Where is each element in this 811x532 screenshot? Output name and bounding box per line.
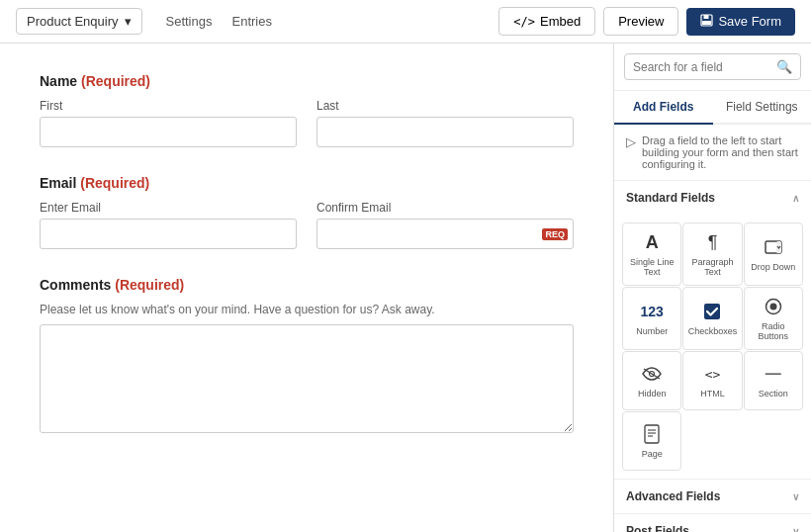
- radio-buttons-label: Radio Buttons: [749, 321, 798, 341]
- single-line-text-icon: A: [646, 231, 659, 253]
- svg-point-7: [769, 304, 776, 310]
- checkboxes-label: Checkboxes: [688, 326, 738, 336]
- form-selector[interactable]: Product Enquiry ▾: [16, 8, 142, 35]
- settings-link[interactable]: Settings: [166, 14, 213, 29]
- drop-down-label: Drop Down: [751, 262, 795, 272]
- post-fields-label: Post Fields: [626, 524, 689, 532]
- field-item-page[interactable]: Page: [622, 411, 681, 471]
- svg-rect-1: [704, 15, 709, 19]
- enter-email-label: Enter Email: [40, 201, 297, 215]
- first-name-field: First: [40, 99, 297, 147]
- confirm-email-field: Confirm Email REQ: [316, 201, 574, 249]
- hidden-label: Hidden: [638, 389, 667, 399]
- name-field-group: Name (Required) First Last: [40, 73, 574, 147]
- standard-fields-header[interactable]: Standard Fields ∧: [614, 181, 811, 215]
- checkboxes-icon: [702, 301, 722, 322]
- radio-buttons-icon: [765, 296, 782, 317]
- main-layout: Name (Required) First Last Email (Requir…: [0, 44, 811, 532]
- field-item-paragraph-text[interactable]: ¶ Paragraph Text: [682, 222, 742, 286]
- fields-grid: A Single Line Text ¶ Paragraph Text: [614, 215, 811, 479]
- advanced-fields-chevron: ∨: [792, 491, 799, 502]
- html-icon: <>: [705, 363, 721, 385]
- save-icon: [700, 14, 713, 30]
- email-required-input-badge: REQ: [542, 228, 568, 240]
- entries-link[interactable]: Entries: [231, 14, 271, 29]
- field-item-radio-buttons[interactable]: Radio Buttons: [744, 287, 803, 350]
- field-item-single-line-text[interactable]: A Single Line Text: [622, 222, 681, 286]
- form-area: Name (Required) First Last Email (Requir…: [0, 44, 613, 532]
- standard-fields-label: Standard Fields: [626, 191, 715, 205]
- topbar-right: </> Embed Preview Save Form: [498, 7, 795, 36]
- field-item-hidden[interactable]: Hidden: [622, 351, 681, 410]
- field-search-box: 🔍: [614, 44, 811, 91]
- hidden-icon: [642, 363, 662, 385]
- comments-label: Comments (Required): [40, 277, 574, 293]
- email-field-group: Email (Required) Enter Email Confirm Ema…: [40, 175, 574, 249]
- last-label: Last: [316, 99, 574, 113]
- comments-required-badge: (Required): [115, 277, 184, 293]
- panel-tabs: Add Fields Field Settings: [614, 91, 811, 125]
- preview-button[interactable]: Preview: [603, 7, 678, 36]
- embed-button[interactable]: </> Embed: [498, 7, 595, 36]
- name-subfields: First Last: [40, 99, 574, 147]
- page-label: Page: [642, 449, 663, 459]
- comments-field-group: Comments (Required) Please let us know w…: [40, 277, 574, 436]
- embed-code-icon: </>: [513, 15, 535, 29]
- post-fields-chevron: ∨: [792, 526, 799, 533]
- form-name: Product Enquiry: [27, 14, 119, 29]
- last-name-input[interactable]: [316, 117, 574, 147]
- paragraph-text-icon: ¶: [708, 231, 718, 253]
- chevron-down-icon: ▾: [125, 14, 132, 29]
- post-fields-section: Post Fields ∨: [614, 513, 811, 532]
- right-panel: 🔍 Add Fields Field Settings ▷ Drag a fie…: [613, 44, 811, 532]
- field-item-drop-down[interactable]: Drop Down: [744, 222, 803, 286]
- standard-fields-section: Standard Fields ∧ A Single Line Text ¶ P…: [614, 181, 811, 479]
- single-line-text-label: Single Line Text: [627, 257, 676, 277]
- advanced-fields-header[interactable]: Advanced Fields ∨: [614, 480, 811, 513]
- confirm-email-label: Confirm Email: [316, 201, 574, 215]
- svg-rect-2: [702, 21, 711, 25]
- section-icon: —: [766, 363, 781, 385]
- cursor-icon: ▷: [626, 134, 636, 149]
- advanced-fields-label: Advanced Fields: [626, 489, 720, 503]
- field-search-input[interactable]: [633, 60, 771, 74]
- tab-field-settings[interactable]: Field Settings: [713, 91, 812, 125]
- field-item-number[interactable]: 123 Number: [622, 287, 681, 350]
- embed-label: Embed: [540, 14, 581, 29]
- comments-hint: Please let us know what's on your mind. …: [40, 303, 574, 316]
- last-name-field: Last: [316, 99, 574, 147]
- svg-rect-4: [776, 241, 781, 253]
- search-icon: 🔍: [776, 59, 792, 74]
- post-fields-header[interactable]: Post Fields ∨: [614, 514, 811, 532]
- save-button[interactable]: Save Form: [686, 8, 795, 36]
- first-name-input[interactable]: [40, 117, 297, 147]
- topbar-nav: Settings Entries: [166, 14, 272, 29]
- drop-down-icon: [765, 236, 782, 258]
- email-label: Email (Required): [40, 175, 574, 191]
- tab-add-fields[interactable]: Add Fields: [614, 91, 713, 125]
- number-label: Number: [636, 326, 668, 336]
- advanced-fields-section: Advanced Fields ∨: [614, 479, 811, 513]
- enter-email-field: Enter Email: [40, 201, 297, 249]
- name-label: Name (Required): [40, 73, 574, 89]
- comments-textarea[interactable]: [40, 324, 574, 433]
- enter-email-input[interactable]: [40, 219, 297, 249]
- section-label: Section: [759, 389, 788, 399]
- paragraph-text-label: Paragraph Text: [687, 257, 737, 277]
- first-label: First: [40, 99, 297, 113]
- drag-hint: ▷ Drag a field to the left to start buil…: [614, 125, 811, 181]
- save-label: Save Form: [718, 14, 781, 29]
- confirm-email-input[interactable]: [316, 219, 574, 249]
- field-item-html[interactable]: <> HTML: [682, 351, 742, 410]
- name-required-badge: (Required): [81, 73, 150, 89]
- topbar-left: Product Enquiry ▾ Settings Entries: [16, 8, 272, 35]
- email-subfields: Enter Email Confirm Email REQ: [40, 201, 574, 249]
- field-item-section[interactable]: — Section: [744, 351, 803, 410]
- field-item-checkboxes[interactable]: Checkboxes: [682, 287, 742, 350]
- number-icon: 123: [640, 301, 663, 322]
- search-input-wrap: 🔍: [624, 53, 801, 80]
- svg-rect-10: [645, 425, 659, 443]
- html-label: HTML: [700, 389, 725, 399]
- topbar: Product Enquiry ▾ Settings Entries </> E…: [0, 0, 811, 44]
- standard-fields-chevron: ∧: [792, 193, 799, 204]
